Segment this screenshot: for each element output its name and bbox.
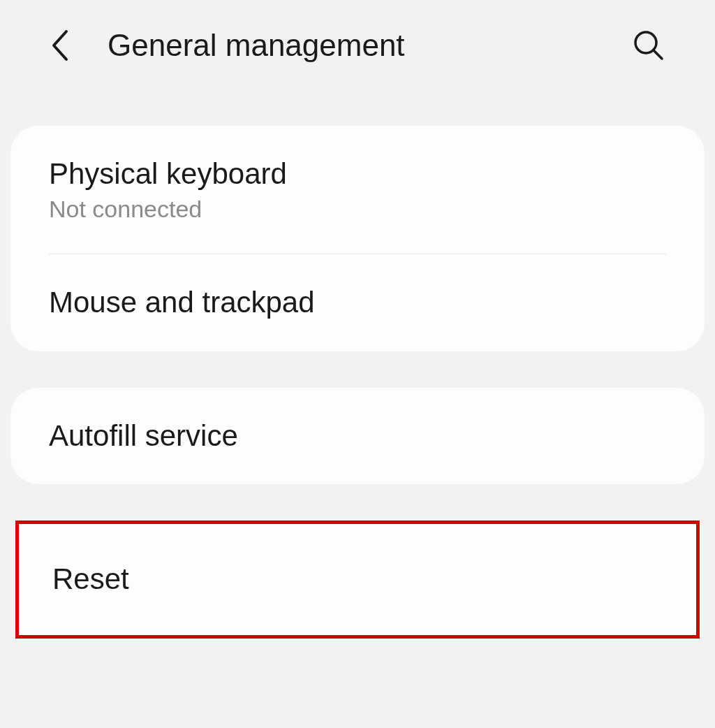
settings-section-2: Autofill service <box>10 388 705 484</box>
item-title: Reset <box>52 562 663 597</box>
header: General management <box>0 0 715 91</box>
physical-keyboard-item[interactable]: Physical keyboard Not connected <box>10 126 705 254</box>
back-icon[interactable] <box>42 28 77 63</box>
settings-section-reset: Reset <box>15 520 700 638</box>
mouse-trackpad-item[interactable]: Mouse and trackpad <box>10 254 705 351</box>
item-title: Mouse and trackpad <box>49 285 666 320</box>
page-title: General management <box>108 28 631 63</box>
item-title: Autofill service <box>49 418 666 453</box>
item-subtitle: Not connected <box>49 196 666 223</box>
autofill-service-item[interactable]: Autofill service <box>10 388 705 484</box>
search-icon[interactable] <box>631 28 666 63</box>
item-title: Physical keyboard <box>49 156 666 191</box>
content: Physical keyboard Not connected Mouse an… <box>0 91 715 639</box>
settings-section-1: Physical keyboard Not connected Mouse an… <box>10 126 705 351</box>
svg-line-1 <box>654 50 662 59</box>
reset-item[interactable]: Reset <box>19 524 696 634</box>
